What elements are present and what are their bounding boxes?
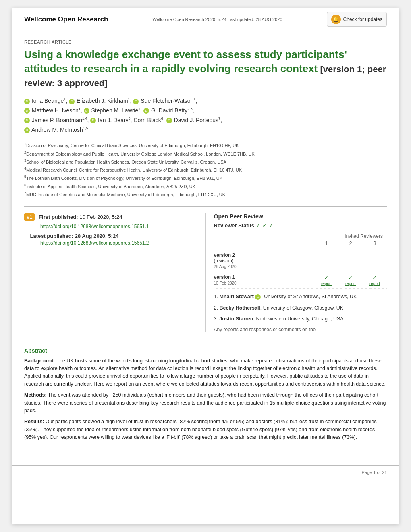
first-doi-link[interactable]: https://doi.org/10.12688/wellcomeopenres… (40, 224, 149, 229)
divider-2 (24, 341, 387, 341)
author-6: D G. David Batty2,3, (143, 107, 194, 114)
peer-review-panel: Open Peer Review Reviewer Status ✓ ✓ ✓ I… (206, 213, 387, 332)
article-title: Using a knowledge exchange event to asse… (24, 48, 387, 90)
author-11: D Andrew M. McIntosh1,5 (24, 127, 88, 133)
latest-doi-link[interactable]: https://doi.org/10.12688/wellcomeopenres… (40, 240, 149, 246)
version-1-label: version 1 10 Feb 2020 (214, 274, 315, 286)
v1-cell-2: ✓ report (338, 274, 363, 286)
affiliation-1: 1Division of Psychiatry, Centre for Clin… (24, 141, 387, 149)
article-type-label: RESEARCH ARTICLE (24, 39, 387, 44)
invited-reviewers-label: Invited Reviewers (214, 233, 387, 239)
affiliation-5: 5The Lothian Birth Cohorts, Division of … (24, 174, 387, 182)
abstract-results: Results: Our participants showed a high … (24, 418, 387, 441)
check-updates-icon: 🔔 (331, 15, 341, 24)
orcid-icon-2: D (69, 99, 75, 104)
authors-list: D Iona Beange1, D Elizabeth J. Kirkham1,… (24, 96, 387, 135)
version-peer-section: v1 First published: 10 Feb 2020, 5:24 ht… (24, 213, 387, 332)
reviewer-item-2: 2. Becky Hothersall, University of Glasg… (214, 305, 387, 312)
v1-report-3[interactable]: report (369, 281, 380, 286)
check-2: ✓ (262, 222, 267, 229)
reviewer-item-1: 1. Mhairi Stewart D, University of St An… (214, 293, 387, 301)
version-badge: v1 (24, 213, 35, 221)
page-number: Page 1 of 21 (362, 470, 387, 475)
author-1: D Iona Beange1, (24, 98, 69, 104)
v1-report-1[interactable]: report (321, 281, 332, 286)
abstract-text: Background: The UK hosts some of the wor… (24, 357, 387, 442)
version-1-row: version 1 10 Feb 2020 ✓ report ✓ report … (214, 272, 387, 289)
orcid-icon-3: D (133, 99, 139, 104)
col-3: 3 (363, 241, 387, 246)
author-7: D James P. Boardman1,4, (24, 117, 90, 123)
affiliation-3: 3School of Biological and Population Hea… (24, 158, 387, 166)
check-updates-button[interactable]: 🔔 Check for updates (327, 12, 387, 27)
abstract-title: Abstract (24, 347, 387, 354)
main-content: RESEARCH ARTICLE Using a knowledge excha… (12, 31, 399, 453)
affiliations: 1Division of Psychiatry, Centre for Clin… (24, 141, 387, 198)
reviewer-columns-header: 1 2 3 (214, 241, 387, 248)
author-10: D David J. Porteous7, (166, 117, 222, 123)
orcid-icon-8: D (90, 118, 96, 123)
author-2: D Elizabeth J. Kirkham1, (69, 98, 133, 104)
version-history: v1 First published: 10 Feb 2020, 5:24 ht… (24, 213, 206, 332)
any-reports-text: Any reports and responses or comments on… (214, 327, 387, 332)
check-updates-label: Check for updates (343, 17, 382, 22)
orcid-icon-4: D (24, 108, 30, 114)
page-footer: Page 1 of 21 (12, 466, 399, 479)
header-citation: Wellcome Open Research 2020, 5:24 Last u… (153, 17, 282, 22)
reviewer-list: 1. Mhairi Stewart D, University of St An… (214, 293, 387, 332)
orcid-icon-r1: D (255, 294, 261, 300)
col-1: 1 (314, 241, 338, 246)
divider-1 (24, 206, 387, 207)
orcid-icon-7: D (24, 118, 30, 123)
v1-report-2[interactable]: report (345, 281, 356, 286)
orcid-icon-10: D (166, 118, 172, 123)
header-bar: Wellcome Open Research Wellcome Open Res… (12, 8, 399, 31)
orcid-icon-5: D (84, 108, 89, 114)
version-2-row: version 2 (revision) 28 Aug 2020 (214, 250, 387, 272)
author-4: D Matthew H. Iveson1, (24, 107, 84, 114)
orcid-icon-1: D (24, 99, 30, 104)
author-9: Corri Black6, (133, 117, 166, 123)
version-2-label: version 2 (revision) 28 Aug 2020 (214, 252, 315, 269)
orcid-icon-11: D (24, 127, 30, 133)
first-published: v1 First published: 10 Feb 2020, 5:24 (24, 213, 197, 221)
check-1: ✓ (256, 222, 261, 229)
journal-name: Wellcome Open Research (24, 15, 108, 23)
check-3: ✓ (269, 222, 274, 229)
reviewer-status-line: Reviewer Status ✓ ✓ ✓ (214, 222, 387, 229)
col-2: 2 (338, 241, 363, 246)
open-peer-review-title: Open Peer Review (214, 213, 387, 220)
v1-cell-3: ✓ report (363, 274, 387, 286)
orcid-icon-6: D (143, 108, 149, 114)
affiliation-7: 7MRC Institute of Genetics and Molecular… (24, 190, 387, 198)
page: Wellcome Open Research Wellcome Open Res… (12, 8, 399, 524)
affiliation-4: 4Medical Research Council Centre for Rep… (24, 166, 387, 174)
abstract-background: Background: The UK hosts some of the wor… (24, 357, 387, 389)
latest-published: Latest published: 28 Aug 2020, 5:24 (24, 233, 197, 239)
v1-cell-1: ✓ report (314, 274, 338, 286)
abstract-methods: Methods: The event was attended by ~250 … (24, 391, 387, 415)
author-5: D Stephen M. Lawrie1, (84, 107, 143, 114)
affiliation-2: 2Department of Epidemiology and Public H… (24, 150, 387, 158)
affiliation-6: 6Institute of Applied Health Sciences, U… (24, 182, 387, 190)
reviewer-item-3: 3. Justin Starren, Northwestern Universi… (214, 316, 387, 323)
author-8: D Ian J. Deary5, (90, 117, 133, 123)
abstract-section: Abstract Background: The UK hosts some o… (24, 347, 387, 442)
author-3: D Sue Fletcher-Watson1, (133, 98, 197, 104)
